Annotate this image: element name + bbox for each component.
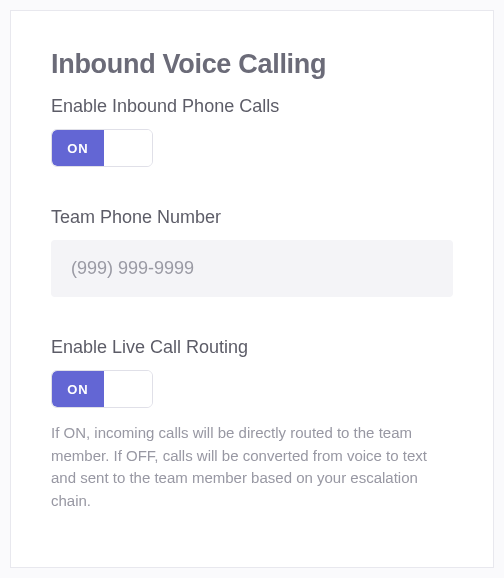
phone-number-input[interactable] bbox=[71, 258, 433, 279]
toggle-handle bbox=[104, 371, 152, 407]
toggle-handle bbox=[104, 130, 152, 166]
enable-calls-section: Enable Inbound Phone Calls ON bbox=[51, 96, 453, 167]
toggle-on-indicator: ON bbox=[52, 130, 104, 166]
phone-number-section: Team Phone Number bbox=[51, 207, 453, 297]
phone-number-label: Team Phone Number bbox=[51, 207, 453, 228]
live-routing-toggle[interactable]: ON bbox=[51, 370, 153, 408]
enable-calls-label: Enable Inbound Phone Calls bbox=[51, 96, 453, 117]
toggle-on-indicator: ON bbox=[52, 371, 104, 407]
phone-input-wrap bbox=[51, 240, 453, 297]
live-routing-section: Enable Live Call Routing ON If ON, incom… bbox=[51, 337, 453, 512]
inbound-voice-settings-card: Inbound Voice Calling Enable Inbound Pho… bbox=[10, 10, 494, 568]
live-routing-help-text: If ON, incoming calls will be directly r… bbox=[51, 422, 453, 512]
live-routing-label: Enable Live Call Routing bbox=[51, 337, 453, 358]
enable-calls-toggle[interactable]: ON bbox=[51, 129, 153, 167]
page-title: Inbound Voice Calling bbox=[51, 49, 453, 80]
